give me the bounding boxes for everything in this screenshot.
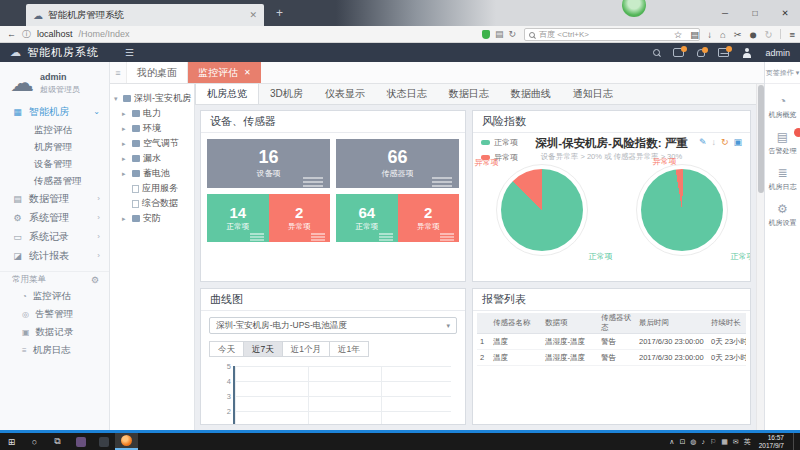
tree-open-icon[interactable]: ▾ [114, 95, 120, 103]
reader-page-icon[interactable]: ▤ [495, 29, 504, 39]
quick-item-record[interactable]: ▣ 数据记录 [0, 323, 109, 341]
home-icon[interactable]: ⌂ [720, 29, 726, 40]
tab-notify-log[interactable]: 通知日志 [562, 84, 624, 104]
window-close-button[interactable]: ✕ [770, 0, 800, 26]
rail-item-room-log[interactable]: ≣ 机房日志 [769, 167, 797, 192]
save-icon[interactable]: ▣ [733, 137, 742, 147]
sidebar-subitem-room-manage[interactable]: 机房管理 [0, 138, 109, 155]
app-icon[interactable] [92, 433, 115, 450]
tree-node-environment[interactable]: ▸ 环境 [122, 121, 191, 136]
tab-3d-room[interactable]: 3D机房 [259, 84, 314, 104]
tree-node-leak[interactable]: ▸ 漏水 [122, 151, 191, 166]
task-view-icon[interactable]: ⧉ [46, 433, 69, 450]
tree-node-hvac[interactable]: ▸ 空气调节 [122, 136, 191, 151]
quick-item-alarm[interactable]: ◎ 告警管理 [0, 305, 109, 323]
tab-status-log[interactable]: 状态日志 [376, 84, 438, 104]
shield-tray-icon[interactable]: ▦ [721, 438, 728, 446]
pocket-icon[interactable]: ⬤ [750, 31, 757, 38]
range-1month-button[interactable]: 近1个月 [282, 341, 330, 357]
tree-closed-icon[interactable]: ▸ [122, 125, 129, 133]
device-abnormal-card[interactable]: 2 异常项 [269, 194, 331, 242]
start-button-icon[interactable]: ⊞ [0, 433, 23, 450]
sidebar-toggle-icon[interactable]: ☰ [125, 47, 134, 58]
sync-icon[interactable]: ↻ [764, 29, 772, 40]
rail-header[interactable]: 页签操作 ▾ [765, 62, 800, 84]
url-host[interactable]: localhost [37, 29, 73, 39]
tree-closed-icon[interactable]: ▸ [122, 110, 129, 118]
sidebar-item-system-manage[interactable]: ⚙ 系统管理 › [0, 208, 109, 227]
new-tab-button[interactable]: + [276, 6, 283, 20]
tree-closed-icon[interactable]: ▸ [122, 155, 129, 163]
tree-node-battery[interactable]: ▸ 蓄电池 [122, 166, 191, 181]
user-name[interactable]: admin [765, 48, 790, 58]
tree-closed-icon[interactable]: ▸ [122, 215, 129, 223]
tree-closed-icon[interactable]: ▸ [122, 140, 129, 148]
screenshot-icon[interactable]: ✂ [734, 29, 742, 40]
sensor-pie-chart[interactable]: 异常项 正常项 [641, 169, 723, 251]
tree-node-security[interactable]: ▸ 安防 [122, 211, 191, 226]
sidebar-subitem-device-manage[interactable]: 设备管理 [0, 155, 109, 172]
tray-app-icon[interactable]: ⊡ [679, 438, 685, 446]
close-icon[interactable]: ✕ [244, 68, 251, 77]
adblock-shield-icon[interactable] [482, 30, 490, 39]
back-icon[interactable]: ← [7, 29, 16, 39]
tree-node-data[interactable]: 综合数据 [122, 196, 191, 211]
tab-data-curve[interactable]: 数据曲线 [500, 84, 562, 104]
library-icon[interactable]: ▤ [690, 29, 699, 40]
range-7days-button[interactable]: 近7天 [243, 341, 283, 357]
network-icon[interactable]: ⚐ [710, 438, 716, 446]
vertical-scrollbar[interactable] [756, 84, 764, 430]
tray-chevron-icon[interactable]: ∧ [669, 438, 674, 446]
rail-item-room-settings[interactable]: ⚙ 机房设置 [769, 203, 797, 228]
rail-item-room-overview[interactable]: ◔ 机房概览 [769, 95, 797, 120]
site-info-icon[interactable]: ⓘ [22, 28, 31, 41]
show-desktop-button[interactable] [793, 433, 797, 450]
gear-icon[interactable]: ⚙ [91, 275, 99, 285]
firefox-icon[interactable] [115, 433, 138, 450]
ime-indicator[interactable]: 英 [744, 437, 751, 447]
edit-icon[interactable]: ✎ [699, 137, 707, 147]
tree-node-appservice[interactable]: 应用服务 [122, 181, 191, 196]
rail-item-alarm-handle[interactable]: ▤ 告警处理 [769, 131, 797, 156]
device-normal-card[interactable]: 14 正常项 [207, 194, 269, 242]
collapse-tree-icon[interactable]: ≡ [110, 62, 127, 83]
download-icon[interactable]: ↓ [711, 137, 716, 147]
tree-root[interactable]: ▾ 深圳-宝安机房 [114, 91, 191, 106]
tab-data-log[interactable]: 数据日志 [438, 84, 500, 104]
sidebar-item-smart-room[interactable]: ▦ 智能机房 ⌄ [0, 102, 109, 121]
tab-my-desktop[interactable]: 我的桌面 [127, 62, 188, 83]
message-icon[interactable] [673, 48, 684, 57]
curve-select[interactable]: 深圳-宝安机房-电力-UPS-电池温度 ▾ [209, 317, 457, 334]
tab-close-icon[interactable]: ✕ [249, 10, 257, 20]
window-minimize-button[interactable]: ─ [710, 0, 740, 26]
quick-item-log[interactable]: ≡ 机房日志 [0, 341, 109, 359]
range-today-button[interactable]: 今天 [209, 341, 244, 357]
device-count-card[interactable]: 16 设备项 [207, 139, 330, 188]
alarm-row[interactable]: 2 温度 温湿度-温度 警告 2017/6/30 23:00:00 0天 23小… [477, 350, 746, 366]
sidebar-subitem-monitor[interactable]: 监控评估 [0, 121, 109, 138]
sidebar-item-system-record[interactable]: ▭ 系统记录 › [0, 227, 109, 246]
mail-tray-icon[interactable]: ✉ [733, 438, 739, 446]
refresh-icon[interactable]: ↻ [721, 137, 729, 147]
header-search-icon[interactable] [653, 49, 660, 56]
downloads-icon[interactable]: ↓ [707, 29, 712, 40]
sensor-normal-card[interactable]: 64 正常项 [336, 194, 398, 242]
device-pie-chart[interactable]: 异常项 正常项 [501, 169, 583, 251]
window-maximize-button[interactable]: □ [740, 0, 770, 26]
taskbar-clock[interactable]: 16:57 2017/9/7 [759, 434, 784, 449]
mail-icon[interactable] [718, 48, 729, 57]
user-avatar[interactable] [742, 48, 752, 58]
visual-studio-icon[interactable] [69, 433, 92, 450]
battery-icon[interactable]: ◍ [690, 438, 696, 446]
browser-tab[interactable]: ☁ 智能机房管理系统 ✕ [26, 4, 264, 26]
sidebar-subitem-sensor-manage[interactable]: 传感器管理 [0, 172, 109, 189]
sensor-count-card[interactable]: 66 传感器项 [336, 139, 459, 188]
tab-monitor-active[interactable]: 监控评估 ✕ [188, 62, 261, 83]
bookmark-star-icon[interactable]: ☆ [674, 29, 683, 40]
tab-room-overview[interactable]: 机房总览 [195, 84, 259, 104]
browser-menu-icon[interactable]: ≡ [789, 29, 795, 40]
alarm-row[interactable]: 1 温度 温湿度-温度 警告 2017/6/30 23:00:00 0天 23小… [477, 334, 746, 350]
reload-icon[interactable]: ↻ [509, 29, 517, 39]
cortana-icon[interactable]: ○ [23, 433, 46, 450]
tab-gauge[interactable]: 仪表显示 [314, 84, 376, 104]
